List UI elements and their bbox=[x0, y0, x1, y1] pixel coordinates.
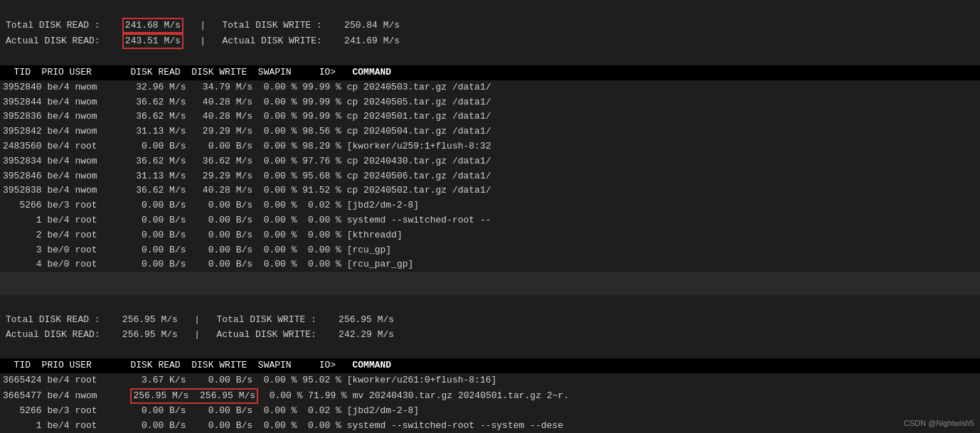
table-row: 3952846 be/4 nwom 31.13 M/s 29.29 M/s 0.… bbox=[0, 169, 980, 184]
s1-actual-read-val: 243.51 M/s bbox=[122, 33, 183, 49]
section1-summary: Total DISK READ : 241.68 M/s | Total DIS… bbox=[0, 0, 980, 65]
table-row: 3952836 be/4 nwom 36.62 M/s 40.28 M/s 0.… bbox=[0, 109, 980, 124]
s1-actual-write-label: | Actual DISK WRITE: 241.69 M/s bbox=[183, 36, 400, 46]
table-row: 3952844 be/4 nwom 36.62 M/s 40.28 M/s 0.… bbox=[0, 95, 980, 110]
watermark: CSDN @Nightwish5 bbox=[904, 419, 974, 427]
table-row: 5266 be/3 root 0.00 B/s 0.00 B/s 0.00 % … bbox=[0, 198, 980, 213]
s1-actual-read-label: Actual DISK READ: bbox=[6, 36, 122, 46]
table-row: 4 be/0 root 0.00 B/s 0.00 B/s 0.00 % 0.0… bbox=[0, 257, 980, 272]
s2-actual-read-label: Actual DISK READ: 256.95 M/s | Actual DI… bbox=[6, 329, 394, 340]
table-row: 5266 be/3 root 0.00 B/s 0.00 B/s 0.00 % … bbox=[0, 404, 980, 419]
table-row: 1 be/4 root 0.00 B/s 0.00 B/s 0.00 % 0.0… bbox=[0, 213, 980, 228]
s2-total-read-label: Total DISK READ : 256.95 M/s | Total DIS… bbox=[6, 314, 394, 325]
section2-summary: Total DISK READ : 256.95 M/s | Total DIS… bbox=[0, 295, 980, 358]
s1-total-read-label: Total DISK READ : bbox=[6, 20, 122, 31]
table-row: 2483560 be/4 root 0.00 B/s 0.00 B/s 0.00… bbox=[0, 139, 980, 154]
table-row: 3952842 be/4 nwom 31.13 M/s 29.29 M/s 0.… bbox=[0, 124, 980, 139]
table-row: 3665477 be/4 nwom 256.95 M/s 256.95 M/s … bbox=[0, 388, 980, 404]
table-row: 3952838 be/4 nwom 36.62 M/s 40.28 M/s 0.… bbox=[0, 183, 980, 198]
table-row: 3 be/0 root 0.00 B/s 0.00 B/s 0.00 % 0.0… bbox=[0, 243, 980, 258]
section2-table-header: TID PRIO USER DISK READ DISK WRITE SWAPI… bbox=[0, 358, 980, 373]
section-spacer bbox=[0, 272, 980, 295]
terminal: Total DISK READ : 241.68 M/s | Total DIS… bbox=[0, 0, 980, 433]
s1-total-read-val: 241.68 M/s bbox=[122, 18, 183, 33]
table-row: 2 be/4 root 0.00 B/s 0.00 B/s 0.00 % 0.0… bbox=[0, 228, 980, 243]
s1-total-write-label: | Total DISK WRITE : 250.84 M/s bbox=[183, 20, 400, 31]
table-row: 3952840 be/4 nwom 32.96 M/s 34.79 M/s 0.… bbox=[0, 80, 980, 95]
table-row: 3665424 be/4 root 3.67 K/s 0.00 B/s 0.00… bbox=[0, 373, 980, 388]
highlight-read: 256.95 M/s 256.95 M/s bbox=[130, 388, 258, 404]
section1-table-header: TID PRIO USER DISK READ DISK WRITE SWAPI… bbox=[0, 65, 980, 80]
table-row: 3952834 be/4 nwom 36.62 M/s 36.62 M/s 0.… bbox=[0, 154, 980, 169]
table-row: 1 be/4 root 0.00 B/s 0.00 B/s 0.00 % 0.0… bbox=[0, 419, 980, 433]
